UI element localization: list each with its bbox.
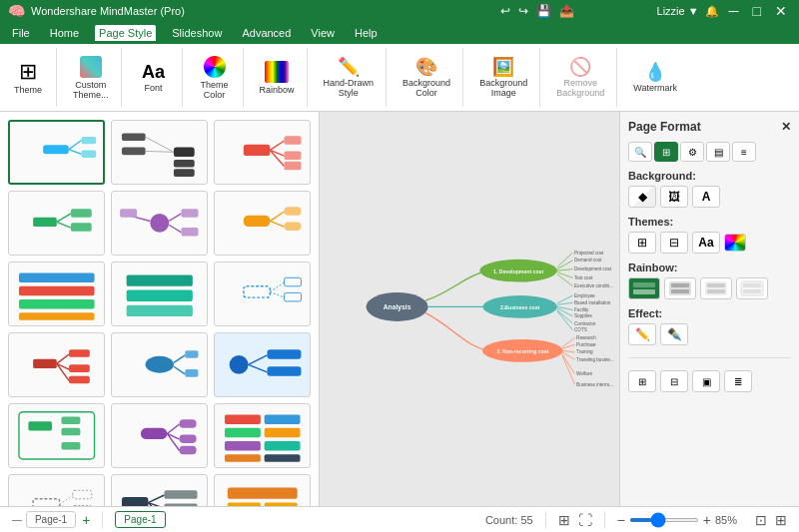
bg-image-picker-btn[interactable]: 🖼 <box>660 186 688 208</box>
thumbnail-17[interactable] <box>111 474 208 506</box>
theme-color-button[interactable]: ThemeColor <box>195 54 235 102</box>
svg-rect-35 <box>284 223 301 232</box>
svg-rect-68 <box>61 428 80 436</box>
fullscreen-icon[interactable]: ⛶ <box>578 512 592 528</box>
active-page-tab[interactable]: Page-1 <box>115 511 165 528</box>
menu-page-style[interactable]: Page Style <box>95 25 156 41</box>
align-icon-1[interactable]: ⊞ <box>628 370 656 392</box>
theme-icon: ⊞ <box>19 61 37 83</box>
zoom-in-btn[interactable]: + <box>703 512 711 528</box>
canvas-inner: Analysis 1. Development cost Projected c… <box>320 112 619 506</box>
thumbnail-18[interactable] <box>214 474 311 506</box>
svg-rect-159 <box>633 289 655 294</box>
custom-theme-button[interactable]: CustomTheme... <box>69 54 113 102</box>
rainbow-btn-3[interactable] <box>700 277 732 299</box>
bg-color-button[interactable]: 🎨 BackgroundColor <box>399 56 454 100</box>
canvas-area[interactable]: Analysis 1. Development cost Projected c… <box>320 112 619 506</box>
thumbnail-10[interactable] <box>8 332 105 397</box>
align-icon-3[interactable]: ▣ <box>692 370 720 392</box>
align-icon-4[interactable]: ≣ <box>724 370 752 392</box>
ribbon-group-theme: ⊞ Theme <box>8 48 57 107</box>
thumbnail-13[interactable] <box>8 403 105 468</box>
theme-color-wheel-btn[interactable] <box>724 234 746 252</box>
svg-text:Employee: Employee <box>574 292 595 297</box>
thumbnail-5[interactable] <box>111 191 208 256</box>
zoom-fit-icon[interactable]: ⊡ <box>755 512 767 528</box>
theme-font-btn[interactable]: Aa <box>692 232 720 254</box>
panel-tab-minus[interactable]: ▤ <box>706 142 730 162</box>
window-close[interactable]: ✕ <box>771 3 791 19</box>
thumbnail-2[interactable] <box>111 120 208 185</box>
svg-text:Development cost: Development cost <box>574 266 612 271</box>
thumbnail-15[interactable] <box>214 403 311 468</box>
hand-drawn-button[interactable]: ✏️ Hand-DrawnStyle <box>320 56 379 100</box>
app-title: Wondershare MindMaster (Pro) <box>31 5 497 17</box>
bg-image-button[interactable]: 🖼️ BackgroundImage <box>475 56 531 100</box>
svg-rect-161 <box>671 283 689 287</box>
menu-home[interactable]: Home <box>46 25 83 41</box>
window-maximize[interactable]: □ <box>749 3 765 19</box>
zoom-slider[interactable] <box>629 518 699 522</box>
toolbar-save[interactable]: 💾 <box>533 4 554 18</box>
rainbow-btn-4[interactable] <box>736 277 768 299</box>
thumbnail-7[interactable] <box>8 262 105 326</box>
rainbow-btn-1[interactable] <box>628 277 660 299</box>
font-icon: Aa <box>142 63 165 81</box>
menu-advanced[interactable]: Advanced <box>238 25 295 41</box>
thumbnail-3[interactable] <box>214 120 311 185</box>
menu-file[interactable]: File <box>8 25 34 41</box>
font-button[interactable]: Aa Font <box>134 61 174 95</box>
thumbnail-8[interactable] <box>111 262 208 326</box>
theme-minus-btn[interactable]: ⊟ <box>660 232 688 254</box>
effect-pen-btn[interactable]: ✒️ <box>660 323 688 345</box>
thumbnail-11[interactable] <box>111 332 208 397</box>
svg-rect-66 <box>28 421 52 430</box>
rainbow-button[interactable]: Rainbow <box>256 59 299 97</box>
bg-text-btn[interactable]: A <box>692 186 720 208</box>
toolbar-undo[interactable]: ↩ <box>497 4 513 18</box>
rainbow-btn-2[interactable] <box>664 277 696 299</box>
window-minimize[interactable]: ─ <box>725 3 743 19</box>
thumbnail-16[interactable] <box>8 474 105 506</box>
fit-icon[interactable]: ⊞ <box>558 512 570 528</box>
main-area: Analysis 1. Development cost Projected c… <box>0 112 799 506</box>
thumbnail-14[interactable] <box>111 403 208 468</box>
panel-tab-search[interactable]: 🔍 <box>628 142 652 162</box>
effect-pencil-btn[interactable]: ✏️ <box>628 323 656 345</box>
align-icon-2[interactable]: ⊟ <box>660 370 688 392</box>
zoom-reset-icon[interactable]: ⊞ <box>775 512 787 528</box>
panel-tab-settings[interactable]: ⚙ <box>680 142 704 162</box>
bg-color-icon: 🎨 <box>415 58 437 76</box>
thumbnail-1[interactable] <box>8 120 105 185</box>
watermark-button[interactable]: 💧 Watermark <box>629 61 681 95</box>
svg-rect-77 <box>225 415 261 424</box>
panel-close-icon[interactable]: ✕ <box>781 120 791 134</box>
page-add-btn[interactable]: + <box>82 512 90 528</box>
svg-line-3 <box>68 150 81 155</box>
svg-rect-12 <box>244 145 270 156</box>
thumbnail-4[interactable] <box>8 191 105 256</box>
page-minus-btn[interactable]: ─ <box>12 512 22 528</box>
panel-tab-list[interactable]: ≡ <box>732 142 756 162</box>
toolbar-export[interactable]: 📤 <box>556 4 577 18</box>
zoom-out-btn[interactable]: − <box>617 512 625 528</box>
thumbnail-6[interactable] <box>214 191 311 256</box>
menu-help[interactable]: Help <box>351 25 382 41</box>
bg-color-picker-btn[interactable]: ◆ <box>628 186 656 208</box>
theme-button[interactable]: ⊞ Theme <box>8 59 48 97</box>
notification-icon[interactable]: 🔔 <box>705 5 719 18</box>
svg-text:Supplies: Supplies <box>574 313 592 318</box>
menu-view[interactable]: View <box>307 25 339 41</box>
panel-tab-grid[interactable]: ⊞ <box>654 142 678 162</box>
menu-slideshow[interactable]: Slideshow <box>168 25 226 41</box>
thumbnail-9[interactable] <box>214 262 311 326</box>
ribbon-group-hand-drawn: ✏️ Hand-DrawnStyle <box>320 48 388 107</box>
theme-grid-btn[interactable]: ⊞ <box>628 232 656 254</box>
panel-header: Page Format ✕ <box>628 120 791 134</box>
zoom-controls: − + 85% <box>617 512 747 528</box>
thumbnail-12[interactable] <box>214 332 311 397</box>
remove-bg-button[interactable]: 🚫 RemoveBackground <box>552 56 608 100</box>
svg-text:Research: Research <box>576 335 596 340</box>
toolbar-redo[interactable]: ↪ <box>515 4 531 18</box>
page-tab-1[interactable]: Page-1 <box>26 511 76 528</box>
